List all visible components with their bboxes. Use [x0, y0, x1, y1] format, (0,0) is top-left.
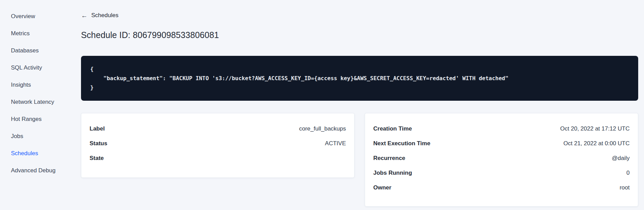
row-label: State: [90, 155, 104, 162]
row-value: @daily: [612, 155, 630, 162]
summary-cards: Label core_full_backups Status ACTIVE St…: [81, 113, 638, 207]
row-label: Status: [90, 140, 107, 147]
sidebar-item-databases[interactable]: Databases: [0, 42, 81, 59]
summary-row-jobs-running: Jobs Running 0: [373, 166, 630, 181]
summary-row-recurrence: Recurrence @daily: [373, 151, 630, 166]
row-label: Label: [90, 125, 105, 132]
row-value: 0: [627, 170, 630, 176]
back-link[interactable]: ← Schedules: [81, 12, 118, 19]
sidebar-item-label: Schedules: [11, 150, 38, 157]
summary-row-owner: Owner root: [373, 181, 630, 195]
sidebar-item-schedules[interactable]: Schedules: [0, 145, 81, 162]
sidebar-item-network-latency[interactable]: Network Latency: [0, 94, 81, 111]
sidebar-item-label: SQL Activity: [11, 64, 42, 71]
sidebar-item-label: Hot Ranges: [11, 116, 42, 123]
code-line: {: [90, 64, 629, 74]
main-content: ← Schedules Schedule ID: 806799098533806…: [81, 0, 638, 207]
sidebar-item-label: Advanced Debug: [11, 167, 55, 174]
sidebar: Overview Metrics Databases SQL Activity …: [0, 0, 81, 210]
sidebar-item-label: Network Latency: [11, 99, 54, 106]
sidebar-item-jobs[interactable]: Jobs: [0, 128, 81, 145]
sidebar-item-label: Insights: [11, 82, 31, 88]
sidebar-item-hot-ranges[interactable]: Hot Ranges: [0, 111, 81, 128]
sidebar-item-overview[interactable]: Overview: [0, 8, 81, 25]
summary-row-creation-time: Creation Time Oct 20, 2022 at 17:12 UTC: [373, 122, 630, 136]
backup-statement-code-block: { "backup_statement": "BACKUP INTO 's3:/…: [81, 56, 638, 101]
row-value: ACTIVE: [325, 140, 346, 147]
schedule-summary-card: Label core_full_backups Status ACTIVE St…: [81, 113, 354, 178]
page-title: Schedule ID: 806799098533806081: [81, 30, 638, 40]
row-value: root: [620, 184, 630, 191]
sidebar-item-label: Overview: [11, 13, 35, 20]
row-label: Creation Time: [373, 125, 412, 132]
row-value: Oct 21, 2022 at 0:00 UTC: [563, 140, 630, 147]
row-value: Oct 20, 2022 at 17:12 UTC: [560, 125, 630, 132]
summary-row-next-execution-time: Next Execution Time Oct 21, 2022 at 0:00…: [373, 136, 630, 151]
row-label: Jobs Running: [373, 170, 412, 176]
row-label: Recurrence: [373, 155, 405, 162]
back-arrow-icon: ←: [81, 12, 88, 19]
code-line: "backup_statement": "BACKUP INTO 's3://b…: [90, 74, 629, 83]
sidebar-item-advanced-debug[interactable]: Advanced Debug: [0, 162, 81, 179]
row-value: core_full_backups: [299, 125, 346, 132]
summary-row-label: Label core_full_backups: [90, 122, 346, 136]
code-line: }: [90, 83, 629, 92]
summary-row-status: Status ACTIVE: [90, 136, 346, 151]
sidebar-item-label: Databases: [11, 47, 39, 54]
schedule-timing-card: Creation Time Oct 20, 2022 at 17:12 UTC …: [365, 113, 638, 207]
row-label: Owner: [373, 184, 391, 191]
sidebar-item-label: Metrics: [11, 30, 30, 37]
sidebar-item-sql-activity[interactable]: SQL Activity: [0, 59, 81, 76]
back-link-label: Schedules: [91, 12, 118, 19]
row-label: Next Execution Time: [373, 140, 430, 147]
sidebar-item-metrics[interactable]: Metrics: [0, 25, 81, 42]
sidebar-item-insights[interactable]: Insights: [0, 76, 81, 94]
sidebar-item-label: Jobs: [11, 133, 23, 140]
summary-row-state: State: [90, 151, 346, 166]
